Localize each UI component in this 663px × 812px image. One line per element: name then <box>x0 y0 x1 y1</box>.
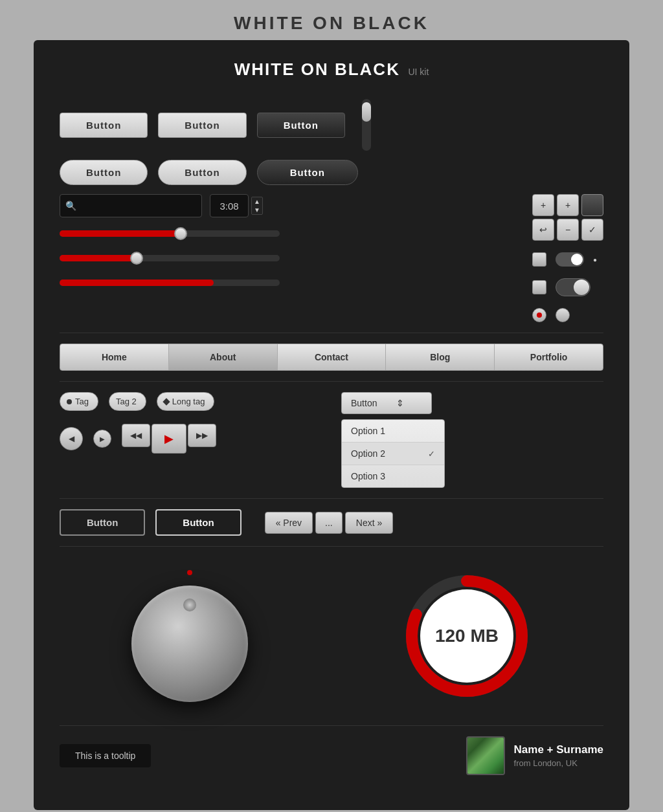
nav-item-blog[interactable]: Blog <box>386 344 495 370</box>
media-play[interactable]: ▶ <box>152 424 186 454</box>
radio-dot <box>537 313 542 318</box>
ui-controls-3 <box>532 308 603 322</box>
radio-inactive[interactable] <box>556 308 570 322</box>
button-flat-2[interactable]: Button <box>158 113 246 138</box>
pag-prev[interactable]: « Prev <box>265 512 313 534</box>
search-bar[interactable]: 🔍 <box>60 194 202 217</box>
check-mark: ✓ <box>428 449 435 459</box>
knob-progress-row: 120 MB <box>60 557 603 715</box>
slider-thumb-1[interactable] <box>174 227 187 240</box>
nav-item-home[interactable]: Home <box>60 344 169 370</box>
tags-dropdown-section: Tag Tag 2 Long tag ◀ ▶ ◀◀ <box>60 392 603 488</box>
option-2-label: Option 2 <box>351 448 385 459</box>
pagination: « Prev ... Next » <box>265 512 394 534</box>
knob-container <box>131 570 248 702</box>
profile-name: Name + Surname <box>514 743 603 756</box>
dial-knob[interactable] <box>131 586 248 702</box>
dropdown-list: Option 1 Option 2 ✓ Option 3 <box>341 419 445 488</box>
tag-label-3: Long tag <box>172 397 205 406</box>
media-forward[interactable]: ▶▶ <box>188 424 216 447</box>
icon-btn-dark[interactable] <box>581 194 603 216</box>
button-dark-1[interactable]: Button <box>257 113 345 138</box>
divider-4 <box>60 546 603 547</box>
nav-item-about[interactable]: About <box>169 344 278 370</box>
tags-media-col: Tag Tag 2 Long tag ◀ ▶ ◀◀ <box>60 392 322 463</box>
nav-item-contact[interactable]: Contact <box>278 344 387 370</box>
checkbox[interactable] <box>532 252 546 267</box>
icon-btn-minus[interactable]: − <box>557 219 579 241</box>
media-prev-small[interactable]: ◀ <box>60 427 83 450</box>
tag-diamond <box>163 398 170 405</box>
media-controls-group: ◀◀ ▶ ▶▶ <box>122 424 216 454</box>
avatar-image <box>467 738 504 774</box>
dropdown-option-2[interactable]: Option 2 ✓ <box>342 443 444 465</box>
panel-title-sub: UI kit <box>408 67 429 77</box>
vertical-scrollbar[interactable] <box>362 99 371 151</box>
option-1-label: Option 1 <box>351 426 385 436</box>
profile-location: from London, UK <box>514 758 603 768</box>
slider-2-container <box>60 250 519 267</box>
tags-row: Tag Tag 2 Long tag <box>60 392 322 411</box>
knob-inner-circle <box>183 598 196 611</box>
tag-label-2: Tag 2 <box>116 397 137 406</box>
divider-2 <box>60 381 603 382</box>
button-pill-2[interactable]: Button <box>158 160 246 185</box>
icon-btn-reply[interactable]: ↩ <box>532 219 554 241</box>
pag-dots[interactable]: ... <box>315 512 343 534</box>
button-outline-1[interactable]: Button <box>60 509 145 536</box>
dropdown-option-3[interactable]: Option 3 <box>342 465 444 487</box>
slider-fill-1 <box>60 230 181 237</box>
dropdown-arrow: ⇕ <box>396 398 404 408</box>
scrollbar-thumb <box>362 102 371 122</box>
icon-btn-plus-1[interactable]: + <box>532 194 554 216</box>
media-next-small[interactable]: ▶ <box>93 430 111 448</box>
profile-avatar <box>466 736 505 775</box>
panel-title-main: WHITE ON BLACK <box>234 60 400 79</box>
checkbox-2[interactable] <box>532 280 546 294</box>
spinner-down[interactable]: ▼ <box>252 206 262 214</box>
divider-5 <box>60 725 603 726</box>
profile-card: Name + Surname from London, UK <box>466 736 603 775</box>
ui-controls: ● <box>532 252 603 267</box>
dropdown-option-1[interactable]: Option 1 <box>342 420 444 443</box>
toggle-knob-small <box>571 254 583 265</box>
slider-track-1[interactable] <box>60 230 280 237</box>
dropdown-button[interactable]: Button ⇕ <box>341 392 432 414</box>
nav-item-portfolio[interactable]: Portfolio <box>495 344 603 370</box>
time-spinner[interactable]: ▲ ▼ <box>251 197 263 215</box>
button-row-2: Button Button Button <box>60 160 603 185</box>
tag-1[interactable]: Tag <box>60 392 98 411</box>
tag-label-1: Tag <box>75 397 89 406</box>
panel-title: WHITE ON BLACK UI kit <box>60 60 603 80</box>
icon-btn-check[interactable]: ✓ <box>581 219 603 241</box>
button-outline-2[interactable]: Button <box>155 509 241 536</box>
slider-3-container <box>60 274 519 291</box>
divider-1 <box>60 333 603 333</box>
dot-indicator: ● <box>593 256 597 263</box>
time-display: 3:08 <box>210 194 249 217</box>
toggle-switch-small[interactable] <box>556 252 584 267</box>
option-3-label: Option 3 <box>351 471 385 481</box>
slider-track-2[interactable] <box>60 255 280 261</box>
tag-2[interactable]: Tag 2 <box>109 392 146 411</box>
button-flat-1[interactable]: Button <box>60 113 148 138</box>
tooltip: This is a tooltip <box>60 744 151 767</box>
spinner-up[interactable]: ▲ <box>252 197 262 206</box>
icon-btn-plus-2[interactable]: + <box>557 194 579 216</box>
controls-row: 🔍 3:08 ▲ ▼ <box>60 194 603 322</box>
radio-active[interactable] <box>532 308 546 322</box>
button-dark-pill[interactable]: Button <box>257 160 358 185</box>
tag-3[interactable]: Long tag <box>157 392 215 411</box>
nav-bar: Home About Contact Blog Portfolio <box>60 344 603 371</box>
media-player: ◀ ▶ ◀◀ ▶ ▶▶ <box>60 424 322 454</box>
slider-fill-3 <box>60 280 214 286</box>
button-pill-1[interactable]: Button <box>60 160 148 185</box>
bottom-buttons-row: Button Button « Prev ... Next » <box>60 509 603 536</box>
slider-track-3[interactable] <box>60 280 280 286</box>
toggle-large[interactable] <box>556 278 590 296</box>
media-rewind[interactable]: ◀◀ <box>122 424 150 447</box>
outer-title: WHITE ON BLACK <box>234 13 429 34</box>
pag-next[interactable]: Next » <box>345 512 393 534</box>
ui-panel: WHITE ON BLACK UI kit Button Button Butt… <box>34 40 629 810</box>
slider-thumb-2[interactable] <box>130 252 143 265</box>
